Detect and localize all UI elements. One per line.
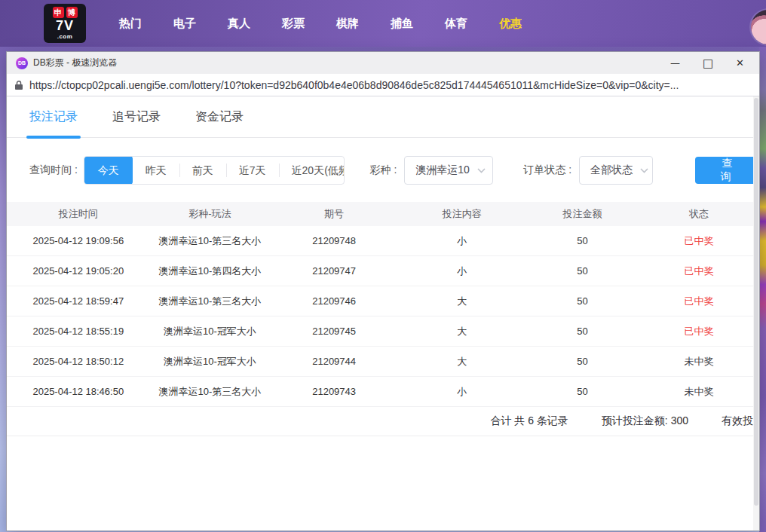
tab-fund-records[interactable]: 资金记录 xyxy=(195,96,244,137)
cell-time: 2025-04-12 18:55:19 xyxy=(7,326,150,337)
chevron-down-icon xyxy=(477,168,486,173)
filter-bar: 查询时间 : 今天 昨天 前天 近7天 近20天(低频) 彩种 : 澳洲幸运10… xyxy=(7,138,759,185)
address-bar[interactable]: https://ctopcp02pcali.uengi5e.com/lotter… xyxy=(7,74,759,96)
tab-chase-records[interactable]: 追号记录 xyxy=(112,96,161,137)
cell-play: 澳洲幸运10-冠军大小 xyxy=(150,325,271,338)
close-icon[interactable]: ✕ xyxy=(736,57,744,69)
page-content: 投注记录 追号记录 资金记录 查询时间 : 今天 昨天 前天 近7天 近20天(… xyxy=(7,96,759,530)
order-status-select-value: 全部状态 xyxy=(590,164,633,177)
cell-content: 小 xyxy=(398,385,526,399)
nav-item-hot[interactable]: 热门 xyxy=(119,17,142,31)
cell-amount: 50 xyxy=(526,235,639,246)
lock-icon xyxy=(14,80,23,90)
cell-content: 大 xyxy=(398,355,526,368)
cell-play: 澳洲幸运10-第三名大小 xyxy=(150,295,271,308)
col-header-time: 投注时间 xyxy=(7,207,150,221)
nav-item-cards[interactable]: 棋牌 xyxy=(336,17,359,31)
logo-badge-bo: 博 xyxy=(66,7,78,18)
logo-sub-text: .com xyxy=(57,33,73,40)
cell-amount: 50 xyxy=(526,386,639,397)
nav-item-live[interactable]: 真人 xyxy=(228,17,250,31)
cell-status: 已中奖 xyxy=(639,325,759,338)
time-range-group: 今天 昨天 前天 近7天 近20天(低频) xyxy=(84,156,345,185)
table-row: 2025-04-12 18:50:12 澳洲幸运10-冠军大小 21209744… xyxy=(7,347,759,377)
tab-fund-records-label: 资金记录 xyxy=(195,109,244,125)
cell-amount: 50 xyxy=(526,326,639,337)
bet-records-table: 投注时间 彩种-玩法 期号 投注内容 投注金额 状态 2025-04-12 19… xyxy=(7,202,759,436)
cell-status: 已中奖 xyxy=(639,295,759,308)
nav-item-sports[interactable]: 体育 xyxy=(445,17,467,31)
background-page-strip xyxy=(759,47,766,532)
col-header-period: 期号 xyxy=(270,207,398,221)
cell-time: 2025-04-12 18:46:50 xyxy=(7,386,150,397)
cell-period: 21209744 xyxy=(270,356,398,367)
col-header-amount: 投注金额 xyxy=(526,207,639,221)
vertical-scrollbar[interactable] xyxy=(753,96,759,530)
cell-play: 澳洲幸运10-第三名大小 xyxy=(150,385,271,399)
lottery-select[interactable]: 澳洲幸运10 xyxy=(404,156,493,185)
cell-status: 已中奖 xyxy=(639,234,759,248)
tab-bet-records[interactable]: 投注记录 xyxy=(29,96,78,137)
search-button[interactable]: 查询 xyxy=(695,157,759,184)
table-header-row: 投注时间 彩种-玩法 期号 投注内容 投注金额 状态 xyxy=(7,202,759,226)
window-titlebar[interactable]: DB DB彩票 - 极速浏览器 — □ ✕ xyxy=(7,52,759,74)
cell-period: 21209748 xyxy=(270,235,398,246)
site-nav: 热门 电子 真人 彩票 棋牌 捕鱼 体育 优惠 xyxy=(119,17,522,31)
cell-time: 2025-04-12 18:59:47 xyxy=(7,295,150,307)
window-controls: — □ ✕ xyxy=(670,57,750,69)
cell-amount: 50 xyxy=(526,295,639,307)
cell-play: 澳洲幸运10-第四名大小 xyxy=(150,264,271,278)
cell-amount: 50 xyxy=(526,265,639,277)
site-topbar: 申 博 7V .com 热门 电子 真人 彩票 棋牌 捕鱼 体育 优惠 xyxy=(0,0,766,47)
time-option-20days[interactable]: 近20天(低频) xyxy=(279,157,345,184)
col-header-play: 彩种-玩法 xyxy=(150,207,271,221)
record-tabs: 投注记录 追号记录 资金记录 xyxy=(7,96,759,138)
lottery-filter-label: 彩种 : xyxy=(370,164,397,177)
maximize-icon[interactable]: □ xyxy=(703,57,713,69)
user-avatar[interactable] xyxy=(751,10,766,44)
nav-item-lottery[interactable]: 彩票 xyxy=(282,17,305,31)
time-option-day-before[interactable]: 前天 xyxy=(179,157,226,184)
nav-item-promo[interactable]: 优惠 xyxy=(499,17,522,31)
nav-item-fishing[interactable]: 捕鱼 xyxy=(391,17,413,31)
cell-time: 2025-04-12 19:05:20 xyxy=(7,265,150,277)
table-summary-row: 合计 共 6 条记录 预计投注金额: 300 有效投注金额 xyxy=(7,407,759,436)
db-favicon-icon: DB xyxy=(16,57,28,69)
cell-period: 21209745 xyxy=(270,326,398,337)
cell-play: 澳洲幸运10-第三名大小 xyxy=(150,234,271,248)
tab-bet-records-label: 投注记录 xyxy=(29,109,78,125)
summary-total-count: 合计 共 6 条记录 xyxy=(490,414,568,428)
cell-period: 21209747 xyxy=(270,265,398,277)
cell-play: 澳洲幸运10-冠军大小 xyxy=(150,355,271,368)
time-option-today[interactable]: 今天 xyxy=(84,156,133,185)
col-header-content: 投注内容 xyxy=(398,207,526,221)
table-row: 2025-04-12 19:09:56 澳洲幸运10-第三名大小 2120974… xyxy=(7,226,759,256)
browser-window: DB DB彩票 - 极速浏览器 — □ ✕ https://ctopcp02pc… xyxy=(6,51,760,531)
order-status-filter-label: 订单状态 : xyxy=(523,164,571,177)
lottery-select-value: 澳洲幸运10 xyxy=(415,164,470,177)
cell-content: 小 xyxy=(398,264,526,278)
minimize-icon[interactable]: — xyxy=(670,57,680,69)
cell-period: 21209743 xyxy=(270,386,398,397)
logo-badge-shen: 申 xyxy=(53,7,64,18)
logo-main-text: 7V xyxy=(56,19,74,32)
nav-item-slots[interactable]: 电子 xyxy=(173,17,196,31)
cell-status: 未中奖 xyxy=(639,385,759,399)
scrollbar-thumb[interactable] xyxy=(754,98,758,506)
table-row: 2025-04-12 18:59:47 澳洲幸运10-第三名大小 2120974… xyxy=(7,286,759,316)
active-tab-indicator xyxy=(26,136,81,139)
cell-status: 未中奖 xyxy=(639,355,759,368)
col-header-status: 状态 xyxy=(639,207,759,221)
window-title: DB彩票 - 极速浏览器 xyxy=(33,57,670,69)
cell-time: 2025-04-12 19:09:56 xyxy=(7,235,150,246)
table-row: 2025-04-12 18:55:19 澳洲幸运10-冠军大小 21209745… xyxy=(7,316,759,347)
time-filter-label: 查询时间 : xyxy=(29,164,78,177)
cell-content: 大 xyxy=(398,295,526,308)
site-logo[interactable]: 申 博 7V .com xyxy=(44,4,86,43)
order-status-select[interactable]: 全部状态 xyxy=(579,156,653,185)
cell-amount: 50 xyxy=(526,356,639,367)
time-option-yesterday[interactable]: 昨天 xyxy=(133,157,179,184)
cell-status: 已中奖 xyxy=(639,264,759,278)
time-option-7days[interactable]: 近7天 xyxy=(226,157,279,184)
logo-badges: 申 博 xyxy=(53,7,78,18)
